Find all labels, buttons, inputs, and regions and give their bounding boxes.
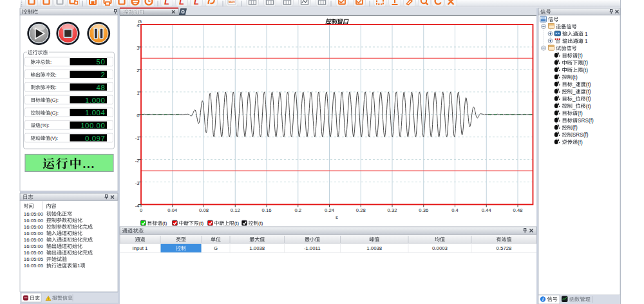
svg-text:3: 3 [137, 45, 139, 51]
svg-text:(%):: (%): [41, 122, 50, 128]
svg-text:1: 1 [77, 263, 80, 269]
svg-text:48: 48 [97, 84, 106, 91]
svg-text:(f): (f) [578, 140, 583, 146]
svg-text:0: 0 [140, 207, 142, 213]
svg-text:_: _ [572, 96, 576, 102]
svg-text:16:05:00: 16:05:00 [24, 211, 44, 217]
svg-text:(t): (t) [583, 60, 588, 66]
svg-text:100.00: 100.00 [80, 122, 105, 129]
svg-text:0.16: 0.16 [262, 207, 272, 213]
svg-text:4: 4 [137, 23, 139, 28]
svg-text::: : [50, 59, 52, 65]
svg-text:0.12: 0.12 [231, 207, 240, 213]
svg-text:1.0038: 1.0038 [366, 245, 382, 251]
svg-text::: : [55, 84, 57, 90]
svg-text:s: s [336, 214, 338, 220]
svg-text:0.32: 0.32 [388, 207, 397, 213]
svg-text:WAV: WAV [229, 1, 236, 4]
svg-text:2: 2 [137, 68, 139, 73]
svg-text:0.28: 0.28 [356, 207, 366, 213]
svg-text:(f): (f) [573, 125, 578, 131]
svg-text:Input 1: Input 1 [133, 245, 148, 251]
svg-text:0.08: 0.08 [199, 207, 209, 213]
svg-text:(t): (t) [586, 104, 591, 109]
svg-text:(t): (t) [586, 96, 591, 102]
svg-text:16:05:00: 16:05:00 [24, 224, 44, 230]
svg-text:0.24: 0.24 [325, 207, 334, 213]
svg-text:(f): (f) [578, 111, 583, 117]
svg-text:1.004: 1.004 [85, 109, 105, 117]
svg-text:(t): (t) [258, 220, 263, 226]
svg-text:(t): (t) [573, 75, 578, 81]
svg-text:16:05:05: 16:05:05 [24, 263, 44, 269]
svg-text:1.0038: 1.0038 [249, 245, 265, 251]
svg-text:0: 0 [137, 113, 139, 119]
svg-text:_: _ [572, 104, 576, 109]
svg-text:_: _ [572, 82, 576, 88]
svg-text:0.44: 0.44 [482, 207, 491, 213]
svg-text:0.4: 0.4 [451, 207, 459, 213]
svg-text:-3: -3 [135, 180, 140, 186]
svg-text:0.0003: 0.0003 [432, 245, 448, 251]
svg-text:16:05:00: 16:05:00 [24, 243, 44, 249]
svg-text:-2: -2 [135, 158, 140, 164]
svg-text:1: 1 [137, 90, 139, 96]
svg-text:0.36: 0.36 [419, 207, 428, 213]
svg-text:...: ... [82, 157, 95, 171]
svg-text:1: 1 [585, 32, 588, 37]
svg-text:(G):: (G): [50, 110, 59, 116]
svg-text:50: 50 [97, 58, 106, 66]
svg-text:(G):: (G): [50, 97, 59, 103]
svg-text:-1.0011: -1.0011 [304, 245, 321, 251]
svg-text:16:05:00: 16:05:00 [24, 250, 44, 256]
svg-text:0.2: 0.2 [294, 207, 301, 213]
svg-text:(t): (t) [199, 220, 204, 226]
svg-text:-1: -1 [135, 135, 140, 141]
svg-text:(t): (t) [234, 220, 240, 226]
svg-text:(t): (t) [583, 68, 588, 73]
svg-text::: : [55, 72, 57, 78]
svg-text:-4: -4 [135, 203, 140, 209]
svg-text:(t): (t) [586, 89, 591, 95]
svg-text:L: L [179, 0, 184, 6]
svg-text:L: L [164, 0, 169, 6]
svg-text:(t): (t) [162, 220, 167, 226]
svg-text:1.000: 1.000 [85, 97, 105, 104]
svg-text:16:05:00: 16:05:00 [24, 237, 44, 243]
svg-text:(V):: (V): [50, 135, 58, 141]
svg-text:G: G [214, 245, 218, 251]
svg-text:16:05:05: 16:05:05 [24, 256, 44, 262]
svg-text:1: 1 [585, 39, 588, 44]
svg-text:L: L [194, 0, 199, 6]
svg-text:0.5728: 0.5728 [497, 245, 512, 251]
svg-text:16:05:00: 16:05:00 [24, 231, 44, 236]
svg-text:SRS(f): SRS(f) [573, 132, 589, 138]
svg-text:0.097: 0.097 [85, 135, 105, 142]
svg-text:_: _ [572, 89, 576, 95]
svg-text:16:05:00: 16:05:00 [24, 218, 44, 223]
svg-text:SRS(f): SRS(f) [578, 118, 594, 124]
svg-text:0.48: 0.48 [513, 207, 523, 213]
svg-text:(t): (t) [586, 82, 591, 88]
svg-text:(t): (t) [578, 53, 583, 59]
svg-text:2: 2 [101, 71, 106, 79]
svg-text:0.04: 0.04 [167, 207, 177, 213]
